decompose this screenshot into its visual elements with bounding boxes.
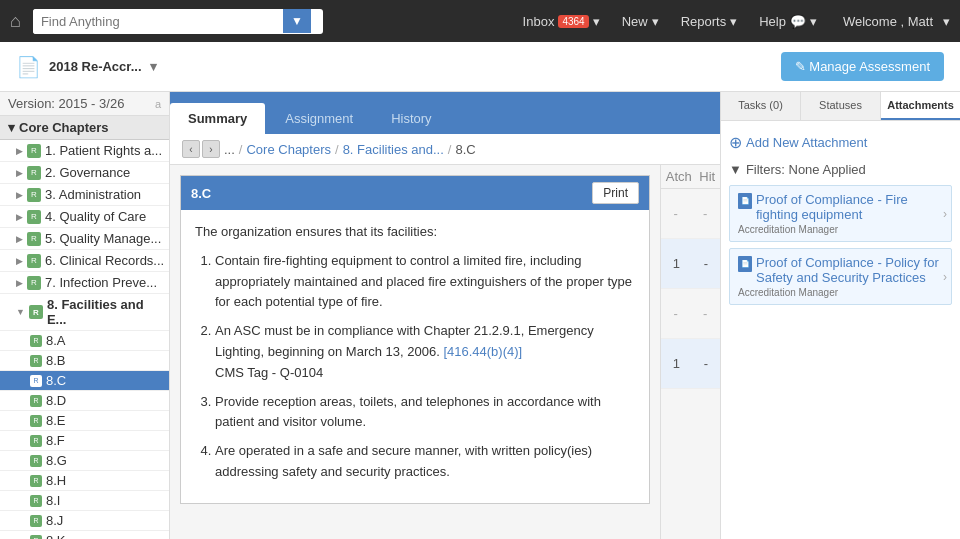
side-panel-content: ⊕ Add New Attachment ▼ Filters: None App… xyxy=(721,121,960,539)
subitem-icon: R xyxy=(30,495,42,507)
filters-row[interactable]: ▼ Filters: None Applied xyxy=(729,162,952,177)
nav-next-button[interactable]: › xyxy=(202,140,220,158)
item-icon: R xyxy=(27,232,41,246)
sidebar-subitem-8d[interactable]: R 8.D xyxy=(0,391,169,411)
breadcrumb-core-chapters[interactable]: Core Chapters xyxy=(246,142,331,157)
sidebar-item-infection[interactable]: ▶ R 7. Infection Preve... xyxy=(0,272,169,294)
sidebar-subitem-8b[interactable]: R 8.B xyxy=(0,351,169,371)
side-tab-attachments[interactable]: Attachments xyxy=(881,92,960,120)
new-nav-item[interactable]: New ▾ xyxy=(614,14,667,29)
chapter-layout: 8.C Print The organization ensures that … xyxy=(170,165,720,539)
nav-prev-button[interactable]: ‹ xyxy=(182,140,200,158)
col-header-row: Atch Hit xyxy=(661,165,720,189)
col-hit-1: - xyxy=(703,206,707,221)
print-button[interactable]: Print xyxy=(592,182,639,204)
col-hit-2: - xyxy=(704,256,708,271)
item-icon: R xyxy=(27,188,41,202)
new-chevron-icon: ▾ xyxy=(652,14,659,29)
content-area: Summary Assignment History ‹ › ... / Cor… xyxy=(170,92,720,539)
side-panel: Tasks (0) Statuses Attachments ⊕ Add New… xyxy=(720,92,960,539)
tab-history[interactable]: History xyxy=(373,103,449,134)
col-row-2: 1 - xyxy=(661,239,720,289)
sidebar-item-quality-manage[interactable]: ▶ R 5. Quality Manage... xyxy=(0,228,169,250)
subitem-label: 8.G xyxy=(46,453,67,468)
subitem-icon: R xyxy=(30,455,42,467)
attachment-title-2[interactable]: 📄 Proof of Compliance - Policy for Safet… xyxy=(738,255,943,285)
breadcrumb-facilities[interactable]: 8. Facilities and... xyxy=(343,142,444,157)
side-tab-statuses[interactable]: Statuses xyxy=(801,92,881,120)
tree-item-label: 3. Administration xyxy=(45,187,141,202)
attachment-title-1[interactable]: 📄 Proof of Compliance - Fire fighting eq… xyxy=(738,192,943,222)
sidebar-subitem-8i[interactable]: R 8.I xyxy=(0,491,169,511)
col-hit-3: - xyxy=(703,306,707,321)
attachment-manager-1: Accreditation Manager xyxy=(738,224,943,235)
chapter-item-3: Provide reception areas, toilets, and te… xyxy=(215,392,635,434)
side-panel-tabs: Tasks (0) Statuses Attachments xyxy=(721,92,960,121)
tab-summary[interactable]: Summary xyxy=(170,103,265,134)
tree-item-label: 5. Quality Manage... xyxy=(45,231,161,246)
sidebar-item-governance[interactable]: ▶ R 2. Governance xyxy=(0,162,169,184)
title-bar: 📄 2018 Re-Accr... ▾ ✎ Manage Assessment xyxy=(0,42,960,92)
inbox-badge: 4364 xyxy=(558,15,588,28)
attachment-text-1: Proof of Compliance - Fire fighting equi… xyxy=(756,192,943,222)
tree-item-label: 1. Patient Rights a... xyxy=(45,143,162,158)
subitem-label: 8.J xyxy=(46,513,63,528)
compliance-link[interactable]: [416.44(b)(4)] xyxy=(443,344,522,359)
help-chevron-icon: ▾ xyxy=(810,14,817,29)
help-nav-item[interactable]: Help 💬 ▾ xyxy=(751,14,825,29)
sidebar-subitem-8k[interactable]: R 8.K xyxy=(0,531,169,539)
sidebar-item-clinical-records[interactable]: ▶ R 6. Clinical Records... xyxy=(0,250,169,272)
tree-toggle-icon: ▶ xyxy=(16,168,23,178)
section-toggle-icon[interactable]: ▾ xyxy=(8,120,15,135)
chapter-code: 8.C xyxy=(191,186,211,201)
title-dropdown-icon[interactable]: ▾ xyxy=(150,59,157,74)
sidebar-subitem-8c[interactable]: R 8.C xyxy=(0,371,169,391)
tree-toggle-icon: ▶ xyxy=(16,278,23,288)
search-input[interactable] xyxy=(33,9,283,34)
attachment-item-2: 📄 Proof of Compliance - Policy for Safet… xyxy=(729,248,952,305)
inbox-label: Inbox xyxy=(523,14,555,29)
sidebar-subitem-8g[interactable]: R 8.G xyxy=(0,451,169,471)
user-chevron-icon[interactable]: ▾ xyxy=(939,14,950,29)
sidebar-subitem-8e[interactable]: R 8.E xyxy=(0,411,169,431)
new-label: New xyxy=(622,14,648,29)
nav-arrows: ‹ › xyxy=(182,140,220,158)
tree-toggle-icon: ▶ xyxy=(16,212,23,222)
search-wrapper: ▼ xyxy=(33,9,323,34)
tree-item-label: 4. Quality of Care xyxy=(45,209,146,224)
subitem-icon: R xyxy=(30,515,42,527)
tree-toggle-icon: ▶ xyxy=(16,256,23,266)
item-icon: R xyxy=(27,254,41,268)
subitem-label: 8.A xyxy=(46,333,66,348)
breadcrumb-sep2: / xyxy=(335,142,339,157)
top-navigation: ⌂ ▼ Inbox 4364 ▾ New ▾ Reports ▾ Help 💬 … xyxy=(0,0,960,42)
sidebar-item-administration[interactable]: ▶ R 3. Administration xyxy=(0,184,169,206)
sidebar-subitem-8f[interactable]: R 8.F xyxy=(0,431,169,451)
sidebar-subitem-8h[interactable]: R 8.H xyxy=(0,471,169,491)
tree-toggle-icon: ▶ xyxy=(16,190,23,200)
sidebar-item-facilities[interactable]: ▼ R 8. Facilities and E... xyxy=(0,294,169,331)
tab-assignment[interactable]: Assignment xyxy=(267,103,371,134)
tabs-bar: Summary Assignment History xyxy=(170,92,720,134)
tree-toggle-icon: ▶ xyxy=(16,146,23,156)
item-icon: R xyxy=(27,276,41,290)
filters-label: Filters: None Applied xyxy=(746,162,866,177)
col-atch-2: 1 xyxy=(673,256,680,271)
inbox-nav-item[interactable]: Inbox 4364 ▾ xyxy=(515,14,608,29)
manage-assessment-button[interactable]: ✎ Manage Assessment xyxy=(781,52,944,81)
sidebar-item-patient-rights[interactable]: ▶ R 1. Patient Rights a... xyxy=(0,140,169,162)
sidebar-subitem-8a[interactable]: R 8.A xyxy=(0,331,169,351)
sidebar-item-quality-care[interactable]: ▶ R 4. Quality of Care xyxy=(0,206,169,228)
reports-nav-item[interactable]: Reports ▾ xyxy=(673,14,746,29)
add-attachment-button[interactable]: ⊕ Add New Attachment xyxy=(729,129,952,156)
subitem-icon: R xyxy=(30,355,42,367)
search-dropdown-button[interactable]: ▼ xyxy=(283,9,311,33)
sidebar-subitem-8j[interactable]: R 8.J xyxy=(0,511,169,531)
item-icon: R xyxy=(29,305,43,319)
core-chapters-section: ▾ Core Chapters xyxy=(0,116,169,140)
subitem-label: 8.K xyxy=(46,533,66,539)
item-icon: R xyxy=(27,166,41,180)
side-tab-tasks[interactable]: Tasks (0) xyxy=(721,92,801,120)
subitem-icon: R xyxy=(30,335,42,347)
home-icon[interactable]: ⌂ xyxy=(10,11,21,32)
